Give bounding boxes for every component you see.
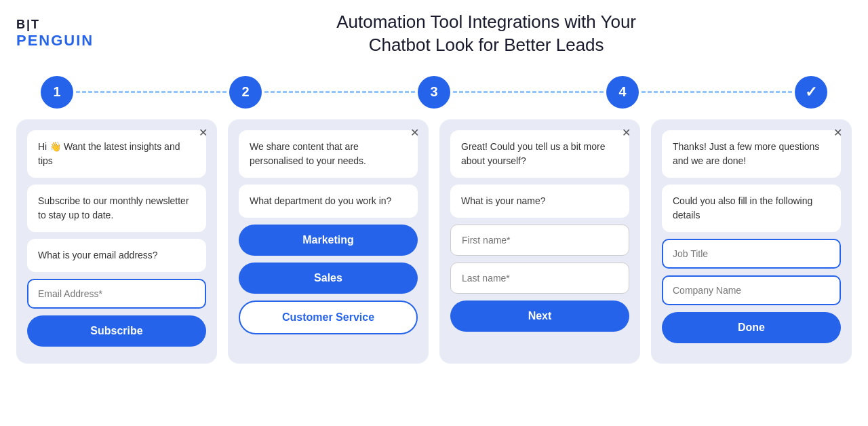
card-2: ✕ We share content that are personalised… — [228, 119, 429, 364]
card-4: ✕ Thanks! Just a few more questions and … — [651, 119, 852, 364]
card-4-bubble-2: Could you also fill in the following det… — [662, 185, 841, 232]
card-1: ✕ Hi 👋 Want the latest insights and tips… — [16, 119, 217, 364]
card-4-companyname-input[interactable] — [662, 275, 841, 305]
step-2: 2 — [229, 76, 262, 109]
cards-container: ✕ Hi 👋 Want the latest insights and tips… — [0, 119, 868, 380]
step-1: 1 — [41, 76, 73, 109]
card-3-bubble-1: Great! Could you tell us a bit more abou… — [450, 130, 629, 178]
step-4: 4 — [606, 76, 639, 109]
card-1-bubble-3: What is your email address? — [27, 239, 206, 272]
card-1-bubble-2: Subscribe to our monthly newsletter to s… — [27, 185, 206, 232]
card-4-bubble-1: Thanks! Just a few more questions and we… — [662, 130, 841, 178]
step-line-2 — [264, 91, 415, 93]
card-2-bubble-2: What department do you work in? — [239, 185, 418, 218]
card-2-sales-button[interactable]: Sales — [239, 263, 418, 294]
step-3: 3 — [418, 76, 450, 109]
steps-container: 1 2 3 4 ✓ — [0, 62, 868, 119]
card-2-marketing-button[interactable]: Marketing — [239, 225, 418, 256]
card-2-close-button[interactable]: ✕ — [410, 128, 419, 138]
step-check: ✓ — [795, 76, 827, 109]
card-1-bubble-1: Hi 👋 Want the latest insights and tips — [27, 130, 206, 178]
card-3-firstname-input[interactable] — [450, 225, 629, 256]
card-4-close-button[interactable]: ✕ — [833, 128, 842, 138]
card-2-bubble-1: We share content that are personalised t… — [239, 130, 418, 178]
card-2-customer-service-button[interactable]: Customer Service — [239, 301, 418, 334]
page-title-container: Automation Tool Integrations with YourCh… — [121, 11, 852, 57]
logo: B|T PENGUIN — [16, 18, 94, 50]
card-1-close-button[interactable]: ✕ — [199, 128, 208, 138]
card-3-lastname-input[interactable] — [450, 263, 629, 294]
card-3-next-button[interactable]: Next — [450, 301, 629, 332]
card-4-jobtitle-input[interactable] — [662, 239, 841, 269]
page-title: Automation Tool Integrations with YourCh… — [121, 11, 852, 57]
logo-bot-text: B|T — [16, 18, 40, 32]
step-line-3 — [453, 91, 604, 93]
check-icon: ✓ — [805, 83, 817, 101]
logo-penguin-text: PENGUIN — [16, 32, 94, 50]
card-3: ✕ Great! Could you tell us a bit more ab… — [439, 119, 640, 364]
header: B|T PENGUIN Automation Tool Integrations… — [0, 0, 868, 62]
step-line-4 — [642, 91, 792, 93]
card-1-email-input[interactable] — [27, 279, 206, 309]
card-1-subscribe-button[interactable]: Subscribe — [27, 315, 206, 347]
card-3-close-button[interactable]: ✕ — [622, 128, 631, 138]
card-4-done-button[interactable]: Done — [662, 312, 841, 343]
card-3-bubble-2: What is your name? — [450, 185, 629, 218]
step-line-1 — [76, 91, 226, 93]
